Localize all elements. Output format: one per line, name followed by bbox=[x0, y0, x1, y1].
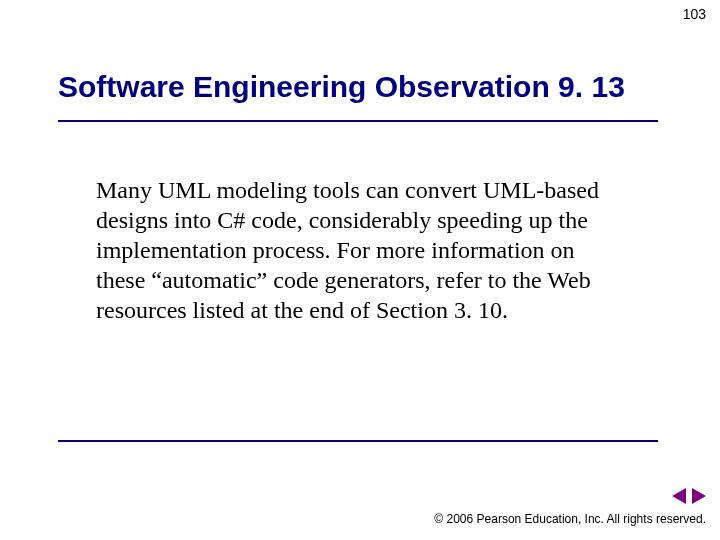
body-text: Many UML modeling tools can convert UML-… bbox=[96, 175, 626, 325]
divider-bottom bbox=[58, 440, 658, 442]
nav-controls bbox=[434, 488, 706, 508]
copyright-text: © 2006 Pearson Education, Inc. All right… bbox=[434, 512, 706, 526]
prev-arrow-icon[interactable] bbox=[672, 488, 686, 504]
divider-top bbox=[58, 120, 658, 122]
page-number: 103 bbox=[683, 6, 706, 22]
footer: © 2006 Pearson Education, Inc. All right… bbox=[434, 488, 706, 526]
next-arrow-icon[interactable] bbox=[692, 488, 706, 504]
slide-title: Software Engineering Observation 9. 13 bbox=[58, 70, 625, 104]
slide: 103 Software Engineering Observation 9. … bbox=[0, 0, 720, 540]
